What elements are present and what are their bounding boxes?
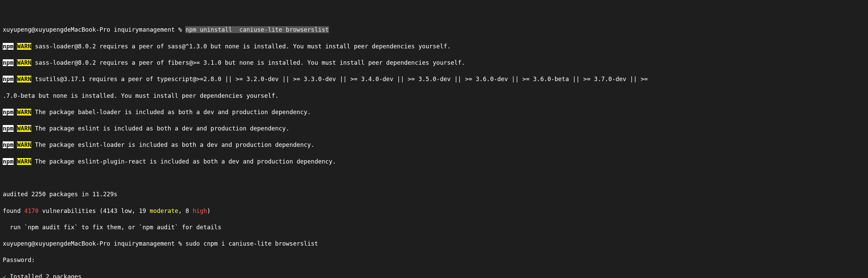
warn-text: .7.0-beta but none is installed. You mus…: [3, 92, 279, 99]
low-label: low: [121, 207, 132, 214]
npm-badge: npm: [3, 76, 14, 82]
password-prompt[interactable]: Password:: [3, 256, 865, 264]
warn-badge: WARN: [17, 158, 31, 165]
audit-summary: audited 2250 packages in 11.229s: [3, 190, 865, 198]
vuln-summary: found 4170 vulnerabilities (4143 low, 19…: [3, 207, 865, 215]
warn-line-2: npm WARN sass-loader@8.0.2 requires a pe…: [3, 59, 865, 67]
high-label: high: [193, 207, 207, 214]
npm-badge: npm: [3, 141, 14, 148]
warn-line-5: npm WARN The package eslint is included …: [3, 124, 865, 133]
warn-line-6: npm WARN The package eslint-loader is in…: [3, 141, 865, 149]
prompt: xuyupeng@xuyupengdeMacBook-Pro inquiryma…: [3, 240, 182, 247]
prompt-line-1[interactable]: xuyupeng@xuyupengdeMacBook-Pro inquiryma…: [3, 26, 865, 34]
warn-text: The package eslint is included as both a…: [31, 125, 289, 132]
warn-badge: WARN: [17, 141, 31, 148]
warn-text: tsutils@3.17.1 requires a peer of typesc…: [31, 76, 648, 82]
warn-line-3b: .7.0-beta but none is installed. You mus…: [3, 92, 865, 100]
vuln-mid: vulnerabilities (4143: [38, 207, 121, 214]
warn-line-1: npm WARN sass-loader@8.0.2 requires a pe…: [3, 42, 865, 50]
vuln-mid: , 8: [178, 207, 193, 214]
warn-badge: WARN: [17, 125, 31, 132]
check-icon: ✔: [3, 273, 6, 278]
installed-text: Installed 2 packages: [6, 273, 82, 278]
warn-badge: WARN: [17, 109, 31, 115]
warn-line-3a: npm WARN tsutils@3.17.1 requires a peer …: [3, 75, 865, 83]
warn-badge: WARN: [17, 76, 31, 82]
command-uninstall: npm uninstall caniuse-lite browserslist: [185, 26, 329, 33]
warn-text: sass-loader@8.0.2 requires a peer of sas…: [31, 43, 451, 50]
blank-line: [3, 174, 865, 182]
warn-text: The package eslint-plugin-react is inclu…: [31, 158, 336, 165]
vuln-mid: , 19: [132, 207, 150, 214]
warn-text: sass-loader@8.0.2 requires a peer of fib…: [31, 59, 465, 66]
warn-text: The package babel-loader is included as …: [31, 109, 311, 115]
npm-badge: npm: [3, 43, 14, 50]
command-install: sudo cnpm i caniuse-lite browserslist: [182, 240, 318, 247]
vuln-close: ): [207, 207, 211, 214]
found-prefix: found: [3, 207, 24, 214]
warn-text: The package eslint-loader is included as…: [31, 141, 314, 148]
warn-badge: WARN: [17, 59, 31, 66]
prompt-line-2[interactable]: xuyupeng@xuyupengdeMacBook-Pro inquiryma…: [3, 240, 865, 248]
npm-badge: npm: [3, 125, 14, 132]
warn-badge: WARN: [17, 43, 31, 50]
npm-badge: npm: [3, 158, 14, 165]
npm-badge: npm: [3, 109, 14, 115]
vuln-count: 4170: [24, 207, 38, 214]
npm-badge: npm: [3, 59, 14, 66]
moderate-label: moderate: [150, 207, 178, 214]
audit-hint: run `npm audit fix` to fix them, or `npm…: [3, 223, 865, 231]
prompt: xuyupeng@xuyupengdeMacBook-Pro inquiryma…: [3, 26, 182, 33]
installed-line: ✔ Installed 2 packages: [3, 273, 865, 278]
warn-line-4: npm WARN The package babel-loader is inc…: [3, 108, 865, 116]
warn-line-7: npm WARN The package eslint-plugin-react…: [3, 157, 865, 166]
